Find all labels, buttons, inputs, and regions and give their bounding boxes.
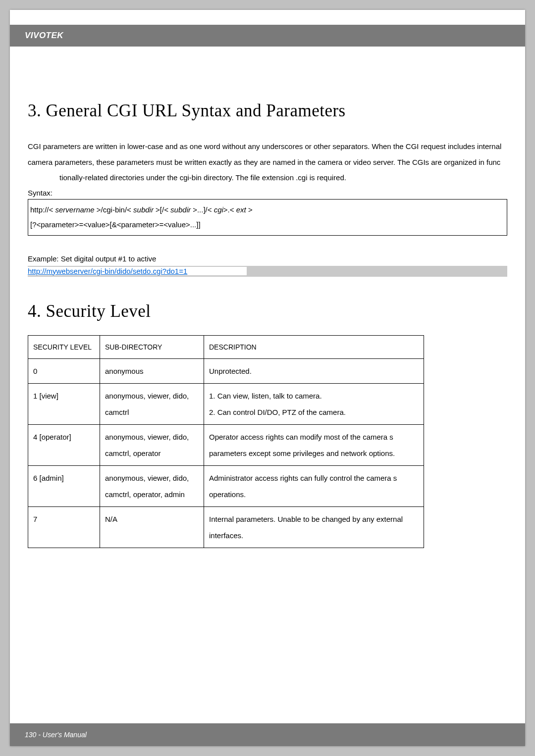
paragraph-text-part2: tionally-related directories under the c… [59,173,346,182]
cell-description: Internal parameters. Unable to be change… [204,507,424,548]
header-band: VIVOTEK [10,25,525,47]
col-header-description: DESCRIPTION [204,335,424,359]
cell-description: 1. Can view, listen, talk to camera.2. C… [204,384,424,425]
cell-subdir: anonymous [100,359,204,384]
table-row: 1 [view] anonymous, viewer, dido, camctr… [28,384,424,425]
syntax-text: >[/< [154,205,170,214]
col-header-subdir: SUB-DIRECTORY [100,335,204,359]
cell-level: 7 [28,507,100,548]
cell-subdir: N/A [100,507,204,548]
syntax-var: subdir [133,205,154,214]
cell-subdir: anonymous, viewer, dido, camctrl [100,384,204,425]
section-4-title: 4. Security Level [28,302,507,321]
syntax-var: servername [55,205,94,214]
footer-band: 130 - User's Manual [10,723,525,746]
cell-level: 6 [admin] [28,466,100,507]
cell-description: Administrator access rights can fully co… [204,466,424,507]
syntax-line-1: http://< servername >/cgi-bin/< subdir >… [30,202,505,217]
syntax-box: http://< servername >/cgi-bin/< subdir >… [28,199,507,236]
example-link-row: http://mywebserver/cgi-bin/dido/setdo.cg… [28,266,507,277]
cell-subdir: anonymous, viewer, dido, camctrl, operat… [100,466,204,507]
security-level-table: SECURITY LEVEL SUB-DIRECTORY DESCRIPTION… [28,335,424,549]
syntax-text: >.< [223,205,236,214]
syntax-var: subdir [170,205,191,214]
document-page: VIVOTEK 3. General CGI URL Syntax and Pa… [10,10,525,746]
syntax-line-2: [?<parameter>=<value>[&<parameter>=<valu… [30,217,505,232]
example-url-link[interactable]: http://mywebserver/cgi-bin/dido/setdo.cg… [28,267,247,275]
paragraph-text-part1: CGI parameters are written in lower-case… [28,142,501,166]
table-row: 0 anonymous Unprotected. [28,359,424,384]
cell-level: 4 [operator] [28,425,100,466]
syntax-text: >/cgi-bin/< [95,205,133,214]
table-row: 6 [admin] anonymous, viewer, dido, camct… [28,466,424,507]
footer-page-label: 130 - User's Manual [25,731,87,739]
table-row: 7 N/A Internal parameters. Unable to be … [28,507,424,548]
syntax-text: http://< [30,205,55,214]
syntax-label: Syntax: [28,189,507,197]
table-header-row: SECURITY LEVEL SUB-DIRECTORY DESCRIPTION [28,335,424,359]
cell-description: Unprotected. [204,359,424,384]
cell-description: Operator access rights can modify most o… [204,425,424,466]
cell-level: 0 [28,359,100,384]
section-3-title: 3. General CGI URL Syntax and Parameters [28,101,507,121]
cell-level: 1 [view] [28,384,100,425]
col-header-level: SECURITY LEVEL [28,335,100,359]
section-3-paragraph: CGI parameters are written in lower-case… [28,139,507,186]
syntax-var: ext [236,205,246,214]
syntax-var: cgi [214,205,223,214]
syntax-text: >...]/< [191,205,214,214]
brand-label: VIVOTEK [25,31,63,41]
table-row: 4 [operator] anonymous, viewer, dido, ca… [28,425,424,466]
cell-subdir: anonymous, viewer, dido, camctrl, operat… [100,425,204,466]
example-label: Example: Set digital output #1 to active [28,254,507,263]
syntax-text: > [246,205,253,214]
page-content: 3. General CGI URL Syntax and Parameters… [10,47,525,558]
